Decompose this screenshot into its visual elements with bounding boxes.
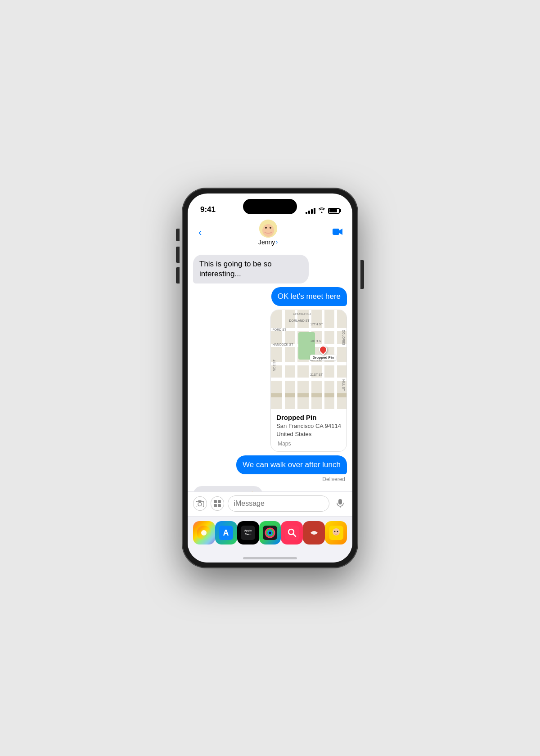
avatar — [259, 220, 277, 238]
video-call-button[interactable] — [333, 228, 343, 238]
message-row: 17TH ST 18TH ST 20TH ST 21ST ST NOE ST C… — [193, 310, 347, 451]
map-source: Maps — [276, 441, 341, 447]
pin-label: Dropped Pin — [310, 355, 336, 360]
svg-rect-27 — [285, 526, 299, 540]
camera-button[interactable] — [193, 496, 207, 511]
search-app[interactable] — [281, 521, 303, 544]
back-button[interactable]: ‹ — [197, 225, 203, 240]
map-address: San Francisco CA 94114 United States — [276, 422, 341, 438]
contact-arrow: › — [276, 239, 278, 245]
message-row: OK let's meet here — [193, 287, 347, 306]
microphone-button[interactable] — [333, 496, 347, 511]
contact-name: Jenny › — [258, 238, 278, 246]
map-title: Dropped Pin — [276, 414, 341, 421]
svg-text:Apple: Apple — [244, 529, 252, 532]
activity-app[interactable] — [259, 521, 281, 544]
message-row: Sounds great 👍 — [193, 486, 347, 491]
message-bubble: OK let's meet here — [271, 287, 347, 306]
apple-cash-app[interactable]: Apple Cash — [237, 521, 259, 544]
memoji-app[interactable] — [325, 521, 347, 544]
mute-button[interactable] — [176, 229, 180, 241]
message-input[interactable] — [228, 495, 329, 512]
home-indicator — [188, 554, 352, 562]
phone-screen: 9:41 — [188, 194, 352, 562]
svg-point-8 — [198, 503, 202, 506]
svg-rect-10 — [214, 500, 217, 503]
svg-point-4 — [265, 227, 267, 229]
svg-point-17 — [201, 530, 207, 536]
messages-area: This is going to be so interesting... OK… — [188, 251, 352, 491]
dynamic-island — [243, 199, 297, 214]
map-image: 17TH ST 18TH ST 20TH ST 21ST ST NOE ST C… — [271, 310, 346, 409]
svg-rect-11 — [218, 500, 221, 503]
map-info: Dropped Pin San Francisco CA 94114 Unite… — [271, 409, 346, 451]
app-store-app[interactable]: A — [215, 521, 237, 544]
svg-rect-14 — [338, 499, 342, 504]
map-pin: Dropped Pin — [310, 346, 336, 360]
volume-down-button[interactable] — [176, 267, 180, 284]
nav-header: ‹ Jenny › — [188, 218, 352, 251]
photos-app[interactable] — [193, 521, 215, 544]
battery-icon — [328, 208, 340, 214]
wifi-icon — [318, 207, 325, 214]
status-icons — [306, 207, 340, 214]
soundhound-app[interactable] — [303, 521, 325, 544]
svg-rect-13 — [218, 504, 221, 507]
message-text: This is going to be so interesting... — [199, 260, 272, 278]
message-row: We can walk over after lunch — [193, 455, 347, 474]
svg-rect-6 — [333, 229, 339, 235]
map-bubble[interactable]: 17TH ST 18TH ST 20TH ST 21ST ST NOE ST C… — [270, 310, 347, 451]
svg-text:Cash: Cash — [245, 533, 252, 536]
message-bubble: We can walk over after lunch — [236, 455, 347, 474]
delivered-status: Delivered — [193, 476, 347, 482]
app-drawer: A Apple Cash — [188, 516, 352, 554]
contact-info[interactable]: Jenny › — [258, 220, 278, 246]
power-button[interactable] — [360, 260, 364, 289]
svg-point-34 — [337, 531, 338, 532]
message-row: This is going to be so interesting... — [193, 255, 347, 284]
apps-button[interactable] — [211, 496, 225, 511]
message-text: We can walk over after lunch — [243, 460, 341, 469]
svg-rect-12 — [214, 504, 217, 507]
input-area — [188, 491, 352, 516]
phone-frame: 9:41 — [182, 188, 358, 568]
message-text: OK let's meet here — [278, 292, 341, 301]
signal-icon — [306, 208, 315, 214]
message-bubble: Sounds great 👍 — [193, 486, 263, 491]
message-bubble: This is going to be so interesting... — [193, 255, 309, 284]
status-time: 9:41 — [200, 205, 216, 214]
volume-up-button[interactable] — [176, 247, 180, 263]
svg-point-33 — [334, 531, 335, 532]
svg-text:A: A — [223, 528, 229, 537]
svg-point-5 — [270, 227, 271, 229]
